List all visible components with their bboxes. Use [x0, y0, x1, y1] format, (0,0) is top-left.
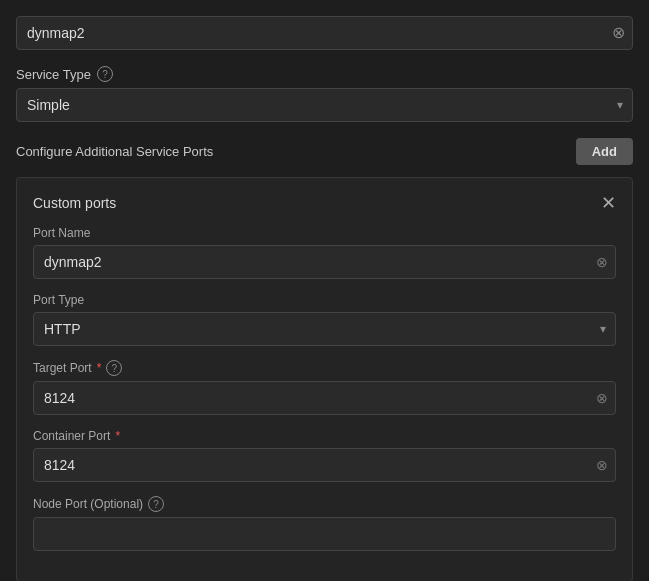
container-port-input-wrapper: ⊗ [33, 448, 616, 482]
port-type-label: Port Type [33, 293, 616, 307]
target-port-label: Target Port * ? [33, 360, 616, 376]
top-input-wrapper: ⊗ [16, 16, 633, 50]
node-port-input[interactable] [33, 517, 616, 551]
service-name-clear-icon[interactable]: ⊗ [612, 25, 625, 41]
service-type-label: Service Type [16, 67, 91, 82]
custom-ports-panel: Custom ports ✕ Port Name ⊗ Port Type HTT… [16, 177, 633, 581]
target-port-help-icon[interactable]: ? [106, 360, 122, 376]
node-port-input-wrapper [33, 517, 616, 551]
target-port-required: * [97, 361, 102, 375]
service-type-section: Service Type ? Simple ClusterIP NodePort… [16, 66, 633, 122]
container-port-input[interactable] [33, 448, 616, 482]
target-port-input-wrapper: ⊗ [33, 381, 616, 415]
target-port-group: Target Port * ? ⊗ [33, 360, 616, 415]
service-type-help-icon[interactable]: ? [97, 66, 113, 82]
service-type-select-wrapper: Simple ClusterIP NodePort LoadBalancer ▾ [16, 88, 633, 122]
target-port-clear-icon[interactable]: ⊗ [596, 390, 608, 406]
port-name-label: Port Name [33, 226, 616, 240]
port-name-group: Port Name ⊗ [33, 226, 616, 279]
node-port-label: Node Port (Optional) ? [33, 496, 616, 512]
port-name-clear-icon[interactable]: ⊗ [596, 254, 608, 270]
custom-ports-panel-header: Custom ports ✕ [33, 194, 616, 212]
custom-ports-close-icon[interactable]: ✕ [601, 194, 616, 212]
service-type-select[interactable]: Simple ClusterIP NodePort LoadBalancer [16, 88, 633, 122]
container-port-required: * [115, 429, 120, 443]
custom-ports-title: Custom ports [33, 195, 116, 211]
port-type-select[interactable]: HTTP HTTPS TCP UDP [33, 312, 616, 346]
node-port-group: Node Port (Optional) ? [33, 496, 616, 551]
port-type-group: Port Type HTTP HTTPS TCP UDP ▾ [33, 293, 616, 346]
container-port-clear-icon[interactable]: ⊗ [596, 457, 608, 473]
configure-ports-label: Configure Additional Service Ports [16, 144, 213, 159]
port-type-select-wrapper: HTTP HTTPS TCP UDP ▾ [33, 312, 616, 346]
port-name-input-wrapper: ⊗ [33, 245, 616, 279]
port-name-input[interactable] [33, 245, 616, 279]
configure-ports-header: Configure Additional Service Ports Add [16, 138, 633, 165]
add-port-button[interactable]: Add [576, 138, 633, 165]
target-port-input[interactable] [33, 381, 616, 415]
node-port-help-icon[interactable]: ? [148, 496, 164, 512]
service-type-label-row: Service Type ? [16, 66, 633, 82]
container-port-label: Container Port * [33, 429, 616, 443]
main-container: ⊗ Service Type ? Simple ClusterIP NodePo… [0, 0, 649, 581]
service-name-input[interactable] [16, 16, 633, 50]
container-port-group: Container Port * ⊗ [33, 429, 616, 482]
